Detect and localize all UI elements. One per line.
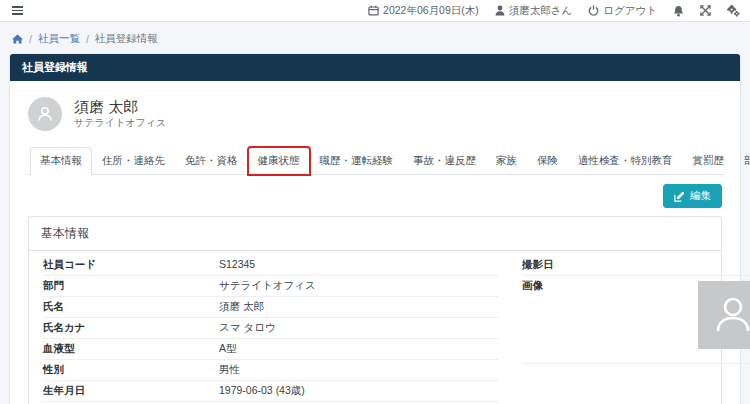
tab-label: 賞罰歴 bbox=[693, 154, 725, 166]
tab-label: 適性検査・特別教育 bbox=[578, 154, 673, 166]
info-value: A型 bbox=[219, 342, 237, 356]
calendar-icon bbox=[368, 5, 379, 16]
settings-button[interactable] bbox=[727, 5, 740, 17]
photo-column: 撮影日 画像 bbox=[522, 255, 750, 404]
info-label: 氏名 bbox=[43, 300, 219, 314]
user-menu[interactable]: 須磨太郎さん bbox=[495, 4, 573, 18]
info-value: 須磨 太郎 bbox=[219, 300, 264, 314]
tab-label: 基本情報 bbox=[40, 154, 82, 166]
avatar bbox=[28, 97, 62, 131]
employee-registration-card: 社員登録情報 須磨 太郎 サテライトオフィス 基本情報 住所・連絡先 免許・資格 bbox=[10, 54, 740, 404]
tab-label: 健康状態 bbox=[258, 154, 300, 166]
edit-button[interactable]: 編集 bbox=[663, 184, 722, 208]
menu-toggle-icon[interactable] bbox=[10, 4, 25, 17]
employee-name: 須磨 太郎 bbox=[74, 98, 166, 115]
tab-item[interactable]: 住所・連絡先 bbox=[92, 147, 175, 175]
breadcrumb: / 社員一覧 / 社員登録情報 bbox=[0, 22, 750, 54]
tab-label: 免許・資格 bbox=[185, 154, 238, 166]
photo-placeholder bbox=[698, 281, 750, 349]
employee-department: サテライトオフィス bbox=[74, 116, 166, 130]
tab-item[interactable]: 賞罰歴 bbox=[683, 147, 735, 175]
image-label: 画像 bbox=[522, 279, 698, 349]
edit-pencil-icon bbox=[674, 191, 685, 202]
tab-label: 事故・違反歴 bbox=[413, 154, 476, 166]
person-placeholder-icon bbox=[712, 293, 750, 337]
date-text: 2022年06月09日(木) bbox=[383, 4, 479, 18]
tab-item[interactable]: 適性検査・特別教育 bbox=[568, 147, 683, 175]
logout-button[interactable]: ログアウト bbox=[588, 4, 657, 18]
breadcrumb-employee-list-link[interactable]: 社員一覧 bbox=[38, 32, 80, 46]
info-row: 氏名カナ スマ タロウ bbox=[43, 318, 498, 339]
power-icon bbox=[588, 5, 599, 16]
photo-date-label: 撮影日 bbox=[522, 258, 698, 272]
bell-icon bbox=[673, 5, 684, 17]
user-name: 須磨太郎さん bbox=[509, 4, 573, 18]
user-icon bbox=[495, 5, 505, 16]
employee-profile: 須磨 太郎 サテライトオフィス bbox=[26, 93, 724, 133]
breadcrumb-separator: / bbox=[86, 33, 89, 45]
logout-label: ログアウト bbox=[603, 4, 657, 18]
basic-info-section: 基本情報 社員コード S12345 部門 サテライトオフィス 氏名 須磨 太郎 … bbox=[28, 216, 722, 404]
page-title: 社員登録情報 bbox=[10, 54, 740, 81]
info-row: 血液型 A型 bbox=[43, 339, 498, 360]
photo-image-row: 画像 bbox=[522, 276, 750, 364]
home-icon bbox=[12, 34, 23, 44]
info-row: 部門 サテライトオフィス bbox=[43, 276, 498, 297]
basic-info-title: 基本情報 bbox=[29, 217, 721, 251]
tab-item[interactable]: 家族 bbox=[486, 147, 527, 175]
tab-label: 家族 bbox=[496, 154, 517, 166]
info-value: S12345 bbox=[219, 258, 255, 270]
tab-item[interactable]: 健康状態 bbox=[248, 147, 310, 175]
info-value: 男性 bbox=[219, 363, 240, 377]
info-label: 生年月日 bbox=[43, 384, 219, 398]
info-row: 社員コード S12345 bbox=[43, 255, 498, 276]
person-icon bbox=[35, 104, 55, 124]
breadcrumb-separator: / bbox=[29, 33, 32, 45]
info-label: 部門 bbox=[43, 279, 219, 293]
info-row: 性別 男性 bbox=[43, 360, 498, 381]
tab-item[interactable]: 保険 bbox=[527, 147, 568, 175]
tabs: 基本情報 住所・連絡先 免許・資格 健康状態 職歴・運転経験 事故・違反歴 家族… bbox=[26, 147, 724, 175]
top-navbar: 2022年06月09日(木) 須磨太郎さん ログアウト bbox=[0, 0, 750, 22]
info-label: 性別 bbox=[43, 363, 219, 377]
info-value: サテライトオフィス bbox=[219, 279, 316, 293]
tab-label: 保険 bbox=[537, 154, 558, 166]
tab-item[interactable]: 事故・違反歴 bbox=[403, 147, 486, 175]
current-date: 2022年06月09日(木) bbox=[368, 4, 479, 18]
edit-button-label: 編集 bbox=[690, 189, 711, 203]
tab-item[interactable]: 免許・資格 bbox=[175, 147, 248, 175]
info-value: 1979-06-03 (43歳) bbox=[219, 384, 305, 398]
info-label: 氏名カナ bbox=[43, 321, 219, 335]
info-row: 生年月日 1979-06-03 (43歳) bbox=[43, 381, 498, 402]
tab-label: 部署配属履歴 bbox=[744, 154, 750, 166]
info-value: スマ タロウ bbox=[219, 321, 276, 335]
tab-label: 住所・連絡先 bbox=[102, 154, 165, 166]
info-label: 社員コード bbox=[43, 258, 219, 272]
notifications-button[interactable] bbox=[673, 5, 684, 17]
tab-item[interactable]: 基本情報 bbox=[30, 147, 92, 175]
photo-date-row: 撮影日 bbox=[522, 255, 750, 276]
tab-item[interactable]: 部署配属履歴 bbox=[734, 147, 750, 175]
expand-icon bbox=[700, 5, 711, 16]
tab-item[interactable]: 職歴・運転経験 bbox=[310, 147, 404, 175]
basic-info-table: 社員コード S12345 部門 サテライトオフィス 氏名 須磨 太郎 氏名カナ … bbox=[43, 255, 498, 404]
breadcrumb-home-link[interactable] bbox=[12, 34, 23, 44]
fullscreen-button[interactable] bbox=[700, 5, 711, 16]
info-row: 氏名 須磨 太郎 bbox=[43, 297, 498, 318]
gears-icon bbox=[727, 5, 740, 17]
tab-label: 職歴・運転経験 bbox=[320, 154, 394, 166]
info-label: 血液型 bbox=[43, 342, 219, 356]
breadcrumb-current: 社員登録情報 bbox=[95, 32, 158, 46]
